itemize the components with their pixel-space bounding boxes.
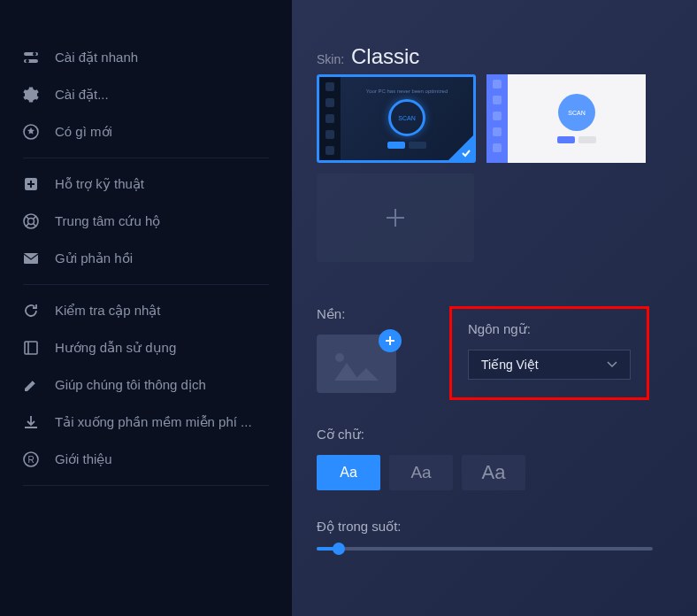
sidebar-item-tech-support[interactable]: Hỗ trợ kỹ thuật xyxy=(0,166,292,203)
gear-icon xyxy=(23,87,39,103)
sidebar-item-label: Gửi phản hồi xyxy=(55,250,133,266)
sidebar-item-label: Hướng dẫn sử dụng xyxy=(55,340,176,356)
sidebar-item-label: Giới thiệu xyxy=(55,451,112,467)
language-value: Tiếng Việt xyxy=(481,358,539,372)
background-label: Nền: xyxy=(317,306,396,322)
sidebar-item-download-free[interactable]: Tải xuống phần mềm miễn phí ... xyxy=(0,404,292,441)
font-size-label: Cỡ chữ: xyxy=(317,427,672,443)
svg-rect-8 xyxy=(24,253,38,264)
svg-text:R: R xyxy=(27,455,34,465)
book-icon xyxy=(23,340,39,356)
sidebar-item-help-translate[interactable]: Giúp chúng tôi thông dịch xyxy=(0,366,292,404)
skin-thumbnails: Your PC has never been optimized SCAN SC… xyxy=(317,74,672,163)
star-icon xyxy=(23,124,39,140)
envelope-icon xyxy=(23,250,39,266)
font-size-options: Aa Aa Aa xyxy=(317,455,672,490)
sidebar-item-feedback[interactable]: Gửi phản hồi xyxy=(0,240,292,277)
sidebar-item-about[interactable]: R Giới thiệu xyxy=(0,441,292,478)
svg-rect-9 xyxy=(25,342,37,354)
refresh-icon xyxy=(23,303,39,319)
image-placeholder-icon xyxy=(327,349,386,384)
sidebar-item-whats-new[interactable]: Có gì mới xyxy=(0,113,292,150)
skin-classic-dark[interactable]: Your PC has never been optimized SCAN xyxy=(317,74,476,163)
sidebar-item-user-guide[interactable]: Hướng dẫn sử dụng xyxy=(0,329,292,366)
slider-handle[interactable] xyxy=(333,543,345,555)
sidebar-divider xyxy=(23,158,269,158)
svg-marker-12 xyxy=(334,363,359,381)
sidebar-item-label: Kiểm tra cập nhật xyxy=(55,303,161,319)
sidebar-item-label: Tải xuống phần mềm miễn phí ... xyxy=(55,414,252,430)
plus-badge-icon xyxy=(379,329,402,352)
scan-ring-icon: SCAN xyxy=(388,99,425,136)
scan-ring-icon: SCAN xyxy=(558,94,595,131)
font-size-large[interactable]: Aa xyxy=(462,455,525,490)
svg-marker-13 xyxy=(354,368,379,381)
registered-icon: R xyxy=(23,451,39,467)
skin-add-button[interactable] xyxy=(317,173,474,262)
svg-point-2 xyxy=(33,52,36,56)
font-size-medium[interactable]: Aa xyxy=(389,455,453,490)
download-icon xyxy=(23,414,39,430)
pencil-icon xyxy=(23,377,39,393)
language-label: Ngôn ngữ: xyxy=(468,321,631,337)
chevron-down-icon xyxy=(607,361,617,368)
svg-point-6 xyxy=(24,214,38,228)
language-select[interactable]: Tiếng Việt xyxy=(468,350,631,380)
language-highlight-box: Ngôn ngữ: Tiếng Việt xyxy=(449,306,649,400)
plus-icon xyxy=(381,204,410,232)
sidebar-item-rescue-center[interactable]: Trung tâm cứu hộ xyxy=(0,203,292,240)
opacity-label: Độ trong suốt: xyxy=(317,519,672,535)
opacity-slider[interactable] xyxy=(317,547,653,551)
sidebar: Cài đặt nhanh Cài đặt... Có gì mới Hỗ tr… xyxy=(0,0,292,616)
skin-label-text: Skin: xyxy=(317,52,344,66)
font-size-small[interactable]: Aa xyxy=(317,455,380,490)
main-panel: Skin: Classic Your PC has never been opt… xyxy=(292,0,697,616)
plus-square-icon xyxy=(23,176,39,192)
check-icon xyxy=(448,135,473,160)
sidebar-item-label: Cài đặt nhanh xyxy=(55,50,138,65)
sidebar-item-label: Có gì mới xyxy=(55,124,112,140)
sidebar-item-quick-settings[interactable]: Cài đặt nhanh xyxy=(0,39,292,76)
sidebar-item-settings[interactable]: Cài đặt... xyxy=(0,76,292,113)
sidebar-divider xyxy=(23,284,269,285)
sidebar-item-label: Giúp chúng tôi thông dịch xyxy=(55,377,206,393)
sidebar-item-label: Cài đặt... xyxy=(55,87,109,103)
svg-point-7 xyxy=(28,219,34,225)
skin-label: Skin: Classic xyxy=(317,44,672,69)
sidebar-item-label: Hỗ trợ kỹ thuật xyxy=(55,176,144,192)
sidebar-divider xyxy=(23,485,269,486)
sidebar-item-label: Trung tâm cứu hộ xyxy=(55,213,160,229)
svg-point-14 xyxy=(335,353,344,362)
skin-value: Classic xyxy=(351,44,419,68)
toggles-icon xyxy=(23,50,39,65)
lifebuoy-icon xyxy=(23,213,39,229)
skin-light[interactable]: SCAN xyxy=(486,74,646,163)
svg-point-3 xyxy=(26,59,29,63)
sidebar-item-check-update[interactable]: Kiểm tra cập nhật xyxy=(0,292,292,329)
background-picker[interactable] xyxy=(317,335,396,393)
